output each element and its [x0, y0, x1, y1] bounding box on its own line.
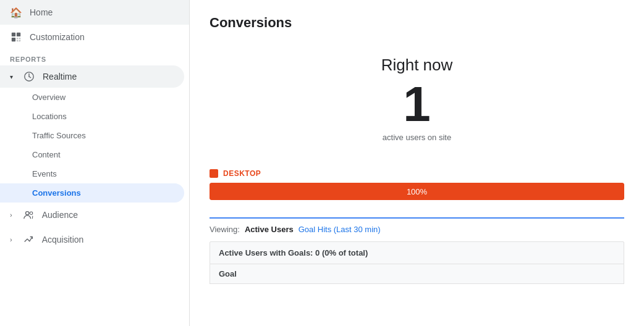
audience-icon — [22, 209, 35, 221]
sidebar-item-audience[interactable]: › Audience — [0, 203, 189, 227]
page-title: Conversions — [210, 15, 624, 31]
sidebar-item-traffic-sources[interactable]: Traffic Sources — [0, 126, 189, 145]
sidebar-item-content[interactable]: Content — [0, 145, 189, 164]
active-users-label: active users on site — [210, 133, 624, 142]
viewing-tab-active-users[interactable]: Active Users — [245, 225, 294, 234]
sidebar-item-realtime[interactable]: ▾ Realtime — [0, 65, 184, 88]
sidebar-item-overview[interactable]: Overview — [0, 88, 189, 107]
svg-point-9 — [25, 212, 28, 215]
sidebar-item-customization-label: Customization — [30, 32, 85, 42]
right-now-section: Right now 1 active users on site — [210, 46, 624, 157]
progress-bar-fill: 100% — [210, 183, 624, 200]
sidebar-realtime-label: Realtime — [43, 72, 77, 82]
acquisition-chevron-icon: › — [10, 236, 12, 243]
realtime-icon — [23, 70, 35, 83]
sidebar-traffic-sources-label: Traffic Sources — [32, 131, 86, 140]
svg-rect-2 — [12, 38, 15, 41]
device-color-box — [210, 169, 218, 178]
sidebar-overview-label: Overview — [32, 93, 66, 102]
sidebar-locations-label: Locations — [32, 112, 67, 121]
device-name: DESKTOP — [223, 169, 261, 178]
sidebar-audience-label: Audience — [42, 210, 78, 220]
right-now-label: Right now — [210, 56, 624, 75]
main-content: Conversions Right now 1 active users on … — [190, 0, 644, 326]
sidebar-item-events[interactable]: Events — [0, 164, 189, 183]
svg-line-8 — [29, 77, 31, 78]
progress-bar-label: 100% — [407, 187, 427, 196]
svg-rect-0 — [12, 33, 15, 36]
goal-table-header: Goal — [210, 264, 624, 284]
sidebar-events-label: Events — [32, 169, 57, 178]
sidebar-content-label: Content — [32, 150, 61, 159]
sidebar-item-locations[interactable]: Locations — [0, 107, 189, 126]
viewing-section: Viewing: Active Users Goal Hits (Last 30… — [210, 217, 624, 284]
progress-bar-container: 100% — [210, 183, 624, 200]
goals-row-value: 0 (0% of total) — [315, 248, 368, 257]
svg-point-10 — [30, 212, 33, 215]
sidebar: 🏠 Home Customization REPORTS ▾ — [0, 0, 190, 326]
sidebar-item-conversions[interactable]: Conversions — [0, 183, 184, 203]
active-users-goals-row: Active Users with Goals: 0 (0% of total) — [210, 241, 624, 264]
svg-rect-1 — [17, 33, 20, 36]
active-count: 1 — [210, 80, 624, 129]
sidebar-item-home-label: Home — [30, 7, 53, 17]
sidebar-conversions-label: Conversions — [32, 188, 81, 198]
sidebar-reports-label: REPORTS — [0, 49, 189, 65]
customization-icon — [10, 31, 22, 43]
goal-column-header: Goal — [219, 269, 237, 278]
goals-row-label: Active Users with Goals: — [219, 248, 313, 257]
sidebar-acquisition-label: Acquisition — [42, 235, 84, 244]
device-label: DESKTOP — [210, 169, 624, 178]
realtime-chevron-icon: ▾ — [10, 73, 13, 80]
audience-chevron-icon: › — [10, 211, 12, 219]
sidebar-item-home[interactable]: 🏠 Home — [0, 0, 189, 25]
home-icon: 🏠 — [10, 6, 22, 19]
viewing-prefix: Viewing: — [210, 225, 240, 234]
viewing-tab-goal-hits[interactable]: Goal Hits (Last 30 min) — [299, 225, 381, 234]
sidebar-item-customization[interactable]: Customization — [0, 25, 189, 49]
sidebar-item-acquisition[interactable]: › Acquisition — [0, 227, 189, 252]
viewing-row: Viewing: Active Users Goal Hits (Last 30… — [210, 225, 624, 234]
device-section: DESKTOP 100% — [210, 169, 624, 200]
acquisition-icon — [22, 233, 35, 246]
